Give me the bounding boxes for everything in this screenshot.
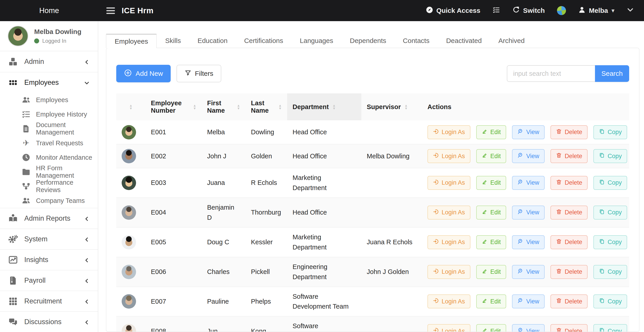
navbar-collapse-button[interactable] [626, 6, 634, 15]
login-as-button[interactable]: Login As [428, 125, 470, 139]
edit-button[interactable]: Edit [476, 176, 506, 190]
user-menu[interactable]: Melba ▾ [578, 6, 614, 15]
tab-deactivated[interactable]: Deactivated [438, 34, 490, 48]
todo-list-button[interactable] [492, 6, 500, 15]
login-as-button[interactable]: Login As [428, 265, 470, 279]
edit-button[interactable]: Edit [476, 149, 506, 163]
login-as-button[interactable]: Login As [428, 235, 470, 249]
sidebar-item-system[interactable]: System [0, 228, 98, 249]
home-label: Home [39, 6, 59, 15]
column-header-employee-number[interactable]: Employee Number▲▼ [146, 93, 202, 120]
edit-button[interactable]: Edit [476, 265, 506, 279]
login-as-button[interactable]: Login As [428, 206, 470, 220]
sidebar-subitem-hr-form-management[interactable]: HR Form Management [0, 165, 98, 179]
profile-avatar[interactable] [8, 26, 28, 46]
delete-button[interactable]: Delete [550, 149, 588, 163]
copy-button[interactable]: Copy [594, 265, 627, 279]
column-header-department[interactable]: Department▲▼ [287, 93, 361, 120]
last-name-cell: Golden [246, 144, 287, 168]
menu-toggle-icon[interactable] [106, 8, 115, 14]
login-as-button[interactable]: Login As [428, 294, 470, 308]
sidebar-subitem-travel-requests[interactable]: ✈Travel Requests [0, 136, 98, 150]
copy-button[interactable]: Copy [594, 149, 627, 163]
sidebar-item-recruitment[interactable]: Recruitment [0, 290, 98, 311]
view-button[interactable]: View [512, 324, 544, 332]
sidebar-item-admin-reports[interactable]: Admin Reports [0, 208, 98, 228]
filters-button[interactable]: Filters [176, 65, 222, 82]
column-header-avatar[interactable]: ▲▼ [116, 93, 146, 120]
delete-button[interactable]: Delete [550, 324, 588, 332]
search-button[interactable]: Search [595, 65, 629, 82]
department-cell: Software Development Team [287, 287, 361, 316]
home-link[interactable]: Home [0, 6, 98, 15]
delete-icon [556, 209, 562, 216]
team-icon [22, 196, 30, 205]
copy-button[interactable]: Copy [594, 176, 627, 190]
switch-button[interactable]: Switch [512, 6, 545, 15]
sidebar-subitem-company-teams[interactable]: Company Teams [0, 194, 98, 208]
delete-button[interactable]: Delete [550, 125, 588, 139]
table-body: E001MelbaDowlingHead OfficeLogin AsEditV… [116, 120, 629, 332]
edit-button[interactable]: Edit [476, 125, 506, 139]
delete-button[interactable]: Delete [550, 176, 588, 190]
sidebar-subitem-performance-reviews[interactable]: Performance Reviews [0, 179, 98, 194]
copy-button[interactable]: Copy [594, 294, 627, 308]
edit-button[interactable]: Edit [476, 324, 506, 332]
last-name-cell: Dowling [246, 120, 287, 144]
tab-archived[interactable]: Archived [490, 34, 533, 48]
view-button[interactable]: View [512, 235, 544, 249]
copy-button[interactable]: Copy [594, 206, 627, 220]
search-input[interactable] [507, 65, 595, 82]
view-button[interactable]: View [512, 265, 544, 279]
tab-certifications[interactable]: Certifications [236, 34, 292, 48]
edit-button[interactable]: Edit [476, 235, 506, 249]
column-header-first-name[interactable]: First Name▲▼ [202, 93, 246, 120]
copy-icon [599, 238, 605, 246]
view-button[interactable]: View [512, 294, 544, 308]
edit-icon [482, 179, 488, 187]
delete-button[interactable]: Delete [550, 206, 588, 220]
sidebar-item-insights[interactable]: Insights [0, 249, 98, 270]
action-label: Edit [490, 129, 501, 136]
tab-languages[interactable]: Languages [292, 34, 341, 48]
language-globe-icon[interactable] [557, 6, 566, 15]
sidebar-item-admin[interactable]: Admin [0, 51, 98, 72]
delete-button[interactable]: Delete [550, 294, 588, 308]
login-as-button[interactable]: Login As [428, 176, 470, 190]
add-new-button[interactable]: Add New [116, 65, 171, 82]
copy-button[interactable]: Copy [594, 125, 627, 139]
sidebar-item-employees[interactable]: Employees [0, 72, 98, 93]
delete-button[interactable]: Delete [550, 235, 588, 249]
login-as-button[interactable]: Login As [428, 324, 470, 332]
view-button[interactable]: View [512, 149, 544, 163]
table-row: E002John JGoldenHead OfficeMelba Dowling… [116, 144, 629, 168]
chevron-left-icon [84, 59, 90, 64]
view-button[interactable]: View [512, 125, 544, 139]
login-as-button[interactable]: Login As [428, 149, 470, 163]
quick-access-button[interactable]: Quick Access [426, 6, 480, 15]
view-button[interactable]: View [512, 206, 544, 220]
tab-employees[interactable]: Employees [106, 34, 157, 48]
sidebar-subitem-employees[interactable]: Employees [0, 93, 98, 107]
sidebar-subitem-employee-history[interactable]: Employee History [0, 107, 98, 122]
delete-button[interactable]: Delete [550, 265, 588, 279]
column-header-last-name[interactable]: Last Name▲▼ [246, 93, 287, 120]
edit-button[interactable]: Edit [476, 294, 506, 308]
first-name-cell: Charles [202, 257, 246, 287]
edit-button[interactable]: Edit [476, 206, 506, 220]
tab-skills[interactable]: Skills [157, 34, 189, 48]
sidebar-subitem-monitor-attendance[interactable]: Monitor Attendance [0, 150, 98, 165]
sidebar-subitem-document-management[interactable]: Document Management [0, 122, 98, 136]
column-header-supervisor[interactable]: Supervisor▲▼ [361, 93, 422, 120]
department-cell: Marketing Department [287, 228, 361, 257]
tab-education[interactable]: Education [189, 34, 236, 48]
action-label: Copy [608, 239, 622, 246]
sidebar-item-discussions[interactable]: Discussions [0, 311, 98, 332]
copy-button[interactable]: Copy [594, 235, 627, 249]
sidebar-item-payroll[interactable]: Payroll [0, 270, 98, 290]
tab-dependents[interactable]: Dependents [342, 34, 395, 48]
view-button[interactable]: View [512, 176, 544, 190]
copy-button[interactable]: Copy [594, 324, 627, 332]
tab-contacts[interactable]: Contacts [395, 34, 438, 48]
quick-access-label: Quick Access [436, 7, 480, 14]
